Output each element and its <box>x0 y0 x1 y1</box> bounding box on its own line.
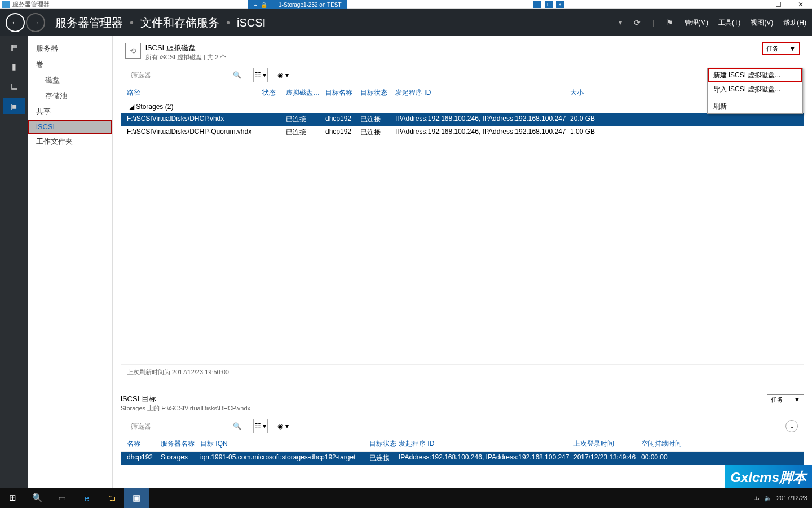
app-icon <box>2 1 10 8</box>
watermark: Gxlcms脚本 <box>725 465 812 490</box>
chevron-down-icon: ▼ <box>789 45 796 52</box>
server-manager-task[interactable]: ▣ <box>124 488 149 508</box>
panel2-subtitle: Storages 上的 F:\iSCSIVirtualDisks\DHCP.vh… <box>121 404 250 413</box>
rail-iscsi-icon[interactable]: ▣ <box>3 98 25 114</box>
tray-date[interactable]: 2017/12/23 <box>776 494 807 501</box>
ie-icon[interactable]: e <box>74 488 99 508</box>
nav-forward-button[interactable]: → <box>26 13 45 32</box>
menu-manage[interactable]: 管理(M) <box>685 18 708 28</box>
rail-volumes-icon[interactable]: ▮ <box>7 60 21 73</box>
icon-rail: ▦ ▮ ▤ ▣ <box>0 36 28 488</box>
panel2-tasks-button[interactable]: 任务▼ <box>767 394 804 405</box>
disk-panel-icon: ⟲ <box>125 43 141 59</box>
panel2-group-button[interactable]: ◉ ▾ <box>276 419 290 433</box>
crumb-leaf[interactable]: iSCSI <box>237 16 266 29</box>
iscsi-disks-panel: ⟲ iSCSI 虚拟磁盘 所有 iSCSI 虚拟磁盘 | 共 2 个 任务▼ 筛… <box>121 40 804 392</box>
pin-icon[interactable]: ⇥ 🔒 <box>254 2 267 8</box>
vm-close-button[interactable]: × <box>556 1 564 8</box>
vm-minimize-button[interactable]: _ <box>533 1 541 8</box>
taskbar: ⊞ 🔍 ▭ e 🗂 ▣ 🖧 🔈 2017/12/23 <box>0 488 812 508</box>
col2-name[interactable]: 名称 <box>127 439 161 449</box>
panel1-subtitle: 所有 iSCSI 虚拟磁盘 | 共 2 个 <box>145 53 226 62</box>
vm-window-controls: _ □ × <box>533 0 564 9</box>
expand-button[interactable]: ⌄ <box>785 420 798 432</box>
col2-initiator[interactable]: 发起程序 ID <box>399 439 573 449</box>
tray-network-icon[interactable]: 🖧 <box>753 494 760 501</box>
outer-titlebar: 服务器管理器 ⇥ 🔒 1-Storage1-252 on TEST _ □ × … <box>0 0 812 9</box>
vm-title: 1-Storage1-252 on TEST <box>279 2 342 8</box>
cell-target-name: dhcp192 <box>325 128 360 137</box>
refresh-icon[interactable]: ⟳ <box>632 17 642 28</box>
search-icon[interactable]: 🔍 <box>233 422 241 430</box>
view-options-button[interactable]: ☷ ▾ <box>253 68 268 82</box>
search-button[interactable]: 🔍 <box>25 488 50 508</box>
menu-help[interactable]: 帮助(H) <box>783 18 806 28</box>
cell-last-login: 2017/12/23 13:49:46 <box>573 453 641 463</box>
minimize-button[interactable]: — <box>744 0 767 9</box>
grid2-row-0[interactable]: dhcp192 Storages iqn.1991-05.com.microso… <box>121 452 804 465</box>
panel2-filter-input[interactable]: 筛选器 🔍 <box>127 419 245 433</box>
group-row[interactable]: ◢ Storages (2) <box>121 100 804 113</box>
cell-status <box>262 128 286 137</box>
col-path[interactable]: 路径 <box>127 88 262 98</box>
menu-refresh[interactable]: 刷新 <box>708 99 802 113</box>
header-bar: ← → 服务器管理器• 文件和存储服务• iSCSI ▾ ⟳ | ⚑ 管理(M)… <box>0 9 812 36</box>
col2-server[interactable]: 服务器名称 <box>161 439 200 449</box>
grid1-row-0[interactable]: F:\iSCSIVirtualDisks\DHCP.vhdx 已连接 dhcp1… <box>121 113 804 126</box>
close-button[interactable]: ✕ <box>789 0 812 9</box>
outer-window-controls: — ☐ ✕ <box>744 0 812 9</box>
dropdown-caret-icon[interactable]: ▾ <box>619 19 622 27</box>
cell-initiator: IPAddress:192.168.100.246, IPAddress:192… <box>395 128 570 137</box>
sidebar-item-workfolders[interactable]: 工作文件夹 <box>28 134 112 150</box>
filter-placeholder: 筛选器 <box>131 71 151 80</box>
cell-idle: 00:00:00 <box>641 453 686 463</box>
crumb-mid[interactable]: 文件和存储服务 <box>140 15 219 30</box>
flag-icon[interactable]: ⚑ <box>664 17 674 28</box>
group-options-button[interactable]: ◉ ▾ <box>276 68 290 82</box>
col2-idle[interactable]: 空闲持续时间 <box>641 439 686 449</box>
col-target-status[interactable]: 目标状态 <box>360 88 395 98</box>
search-icon[interactable]: 🔍 <box>233 71 241 79</box>
panel1-footnote: 上次刷新时间为 2017/12/23 19:50:00 <box>121 364 804 380</box>
vm-title-bar: ⇥ 🔒 1-Storage1-252 on TEST <box>248 0 347 9</box>
col-size[interactable]: 大小 <box>570 88 604 98</box>
rail-servers-icon[interactable]: ▦ <box>7 41 21 54</box>
col-disk-status[interactable]: 虚拟磁盘状态 <box>286 88 325 98</box>
tray-volume-icon[interactable]: 🔈 <box>764 494 772 502</box>
panel2-view-button[interactable]: ☷ ▾ <box>253 419 268 433</box>
menu-new-iscsi-disk[interactable]: 新建 iSCSI 虚拟磁盘... <box>708 68 802 82</box>
vm-maximize-button[interactable]: □ <box>545 1 553 8</box>
col-initiator[interactable]: 发起程序 ID <box>395 88 570 98</box>
filter-placeholder: 筛选器 <box>131 422 151 431</box>
cell-target-status: 已连接 <box>360 115 395 124</box>
col2-target-status[interactable]: 目标状态 <box>369 439 399 449</box>
taskview-button[interactable]: ▭ <box>50 488 74 508</box>
panel2-title: iSCSI 目标 <box>121 394 250 404</box>
explorer-icon[interactable]: 🗂 <box>99 488 124 508</box>
start-button[interactable]: ⊞ <box>0 488 25 508</box>
col2-last-login[interactable]: 上次登录时间 <box>573 439 641 449</box>
menu-import-iscsi-disk[interactable]: 导入 iSCSI 虚拟磁盘... <box>708 82 802 97</box>
col-status[interactable]: 状态 <box>262 88 286 98</box>
sidebar-item-servers[interactable]: 服务器 <box>28 41 112 56</box>
header-right: ▾ ⟳ | ⚑ 管理(M) 工具(T) 视图(V) 帮助(H) <box>619 17 806 28</box>
nav-back-button[interactable]: ← <box>6 13 25 32</box>
sidebar-item-shares[interactable]: 共享 <box>28 104 112 120</box>
sidebar-item-disks[interactable]: 磁盘 <box>28 72 112 88</box>
crumb-root[interactable]: 服务器管理器 <box>55 15 123 30</box>
sidebar-item-iscsi[interactable]: iSCSI <box>28 120 112 134</box>
cell-server: Storages <box>161 453 200 463</box>
menu-tools[interactable]: 工具(T) <box>718 18 740 28</box>
grid1-row-1[interactable]: F:\iSCSIVirtualDisks\DCHP-Quorum.vhdx 已连… <box>121 126 804 139</box>
sidebar-item-volumes[interactable]: 卷 <box>28 56 112 72</box>
maximize-button[interactable]: ☐ <box>767 0 789 9</box>
rail-disks-icon[interactable]: ▤ <box>7 79 21 93</box>
menu-view[interactable]: 视图(V) <box>751 18 773 28</box>
col-target-name[interactable]: 目标名称 <box>325 88 360 98</box>
app-title: 服务器管理器 <box>12 0 50 8</box>
tasks-dropdown: 新建 iSCSI 虚拟磁盘... 导入 iSCSI 虚拟磁盘... 刷新 <box>707 68 803 114</box>
filter-input[interactable]: 筛选器 🔍 <box>127 68 245 82</box>
sidebar-item-pools[interactable]: 存储池 <box>28 88 112 104</box>
tasks-button[interactable]: 任务▼ <box>762 43 800 54</box>
col2-iqn[interactable]: 目标 IQN <box>200 439 369 449</box>
